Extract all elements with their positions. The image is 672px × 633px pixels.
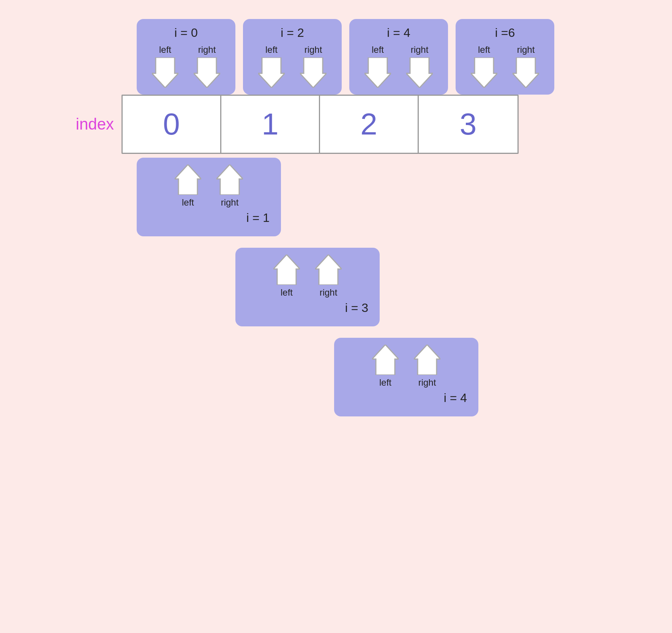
block-i1-left: left: [175, 165, 201, 208]
bottom-block-row-1: left right i = 1: [137, 158, 611, 236]
block-i5-right: right: [414, 345, 440, 388]
bottom-block-row-2: left right i = 3: [235, 248, 611, 326]
block-i5: left right i = 4: [334, 338, 478, 416]
block-i3-right-label: right: [320, 287, 338, 298]
block-i3-left: left: [273, 255, 300, 298]
top-blocks-row: i = 0 left right i = 2 left: [137, 19, 611, 95]
svg-marker-11: [216, 165, 243, 195]
block-i4-right-label: right: [411, 44, 429, 55]
block-i3-right: right: [315, 255, 342, 298]
block-i0-arrows: left right: [152, 44, 220, 88]
block-i5-label: i = 4: [444, 391, 467, 405]
svg-marker-13: [315, 255, 342, 285]
block-i5-left-label: left: [379, 377, 391, 388]
block-i6-arrows: left right: [471, 44, 539, 88]
block-i0-left: left: [152, 44, 178, 88]
bottom-block-row-3: left right i = 4: [334, 338, 611, 416]
block-i2-left: left: [258, 44, 285, 88]
block-i2: i = 2 left right: [243, 19, 342, 95]
index-row: index 0 1 2 3: [61, 95, 611, 154]
block-i3-arrows: left right: [273, 255, 342, 298]
block-i1: left right i = 1: [137, 158, 281, 236]
block-i4: i = 4 left right: [349, 19, 448, 95]
block-i2-label: i = 2: [281, 26, 304, 40]
block-i2-right: right: [300, 44, 327, 88]
svg-marker-15: [414, 345, 440, 375]
block-i3-left-label: left: [281, 287, 293, 298]
block-i3: left right i = 3: [235, 248, 380, 326]
block-i2-left-label: left: [265, 44, 278, 55]
block-i3-label: i = 3: [345, 301, 368, 315]
svg-marker-10: [175, 165, 201, 195]
svg-marker-3: [194, 57, 220, 88]
svg-marker-2: [152, 57, 178, 88]
block-i4-left-label: left: [372, 44, 384, 55]
bottom-blocks-wrapper: left right i = 1 left: [137, 158, 611, 416]
svg-marker-4: [258, 57, 285, 88]
block-i1-label: i = 1: [246, 211, 270, 225]
cell-1: 1: [221, 96, 320, 153]
svg-marker-9: [513, 57, 539, 88]
block-i4-left: left: [364, 44, 391, 88]
block-i6-left: left: [471, 44, 497, 88]
block-i0-right-label: right: [198, 44, 216, 55]
block-i5-left: left: [372, 345, 399, 388]
block-i1-right-label: right: [221, 197, 239, 208]
svg-marker-7: [406, 57, 433, 88]
block-i6-left-label: left: [478, 44, 490, 55]
index-label: index: [61, 115, 114, 133]
svg-marker-5: [300, 57, 327, 88]
block-i6-label: i =6: [495, 26, 515, 40]
svg-marker-8: [471, 57, 497, 88]
block-i5-right-label: right: [418, 377, 436, 388]
array-cells: 0 1 2 3: [121, 95, 519, 154]
block-i0-right: right: [194, 44, 220, 88]
block-i0: i = 0 left right: [137, 19, 235, 95]
cell-2: 2: [320, 96, 419, 153]
block-i0-label: i = 0: [174, 26, 197, 40]
block-i6-right-label: right: [517, 44, 535, 55]
cell-3: 3: [419, 96, 517, 153]
block-i1-right: right: [216, 165, 243, 208]
block-i2-right-label: right: [304, 44, 322, 55]
block-i1-arrows: left right: [175, 165, 243, 208]
svg-marker-6: [364, 57, 391, 88]
block-i1-left-label: left: [182, 197, 194, 208]
svg-marker-12: [273, 255, 300, 285]
block-i4-arrows: left right: [364, 44, 433, 88]
block-i6: i =6 left right: [456, 19, 554, 95]
block-i2-arrows: left right: [258, 44, 327, 88]
svg-marker-14: [372, 345, 399, 375]
cell-0: 0: [123, 96, 221, 153]
main-container: i = 0 left right i = 2 left: [61, 19, 611, 428]
block-i6-right: right: [513, 44, 539, 88]
block-i5-arrows: left right: [372, 345, 440, 388]
block-i4-right: right: [406, 44, 433, 88]
block-i0-left-label: left: [159, 44, 171, 55]
block-i4-label: i = 4: [387, 26, 410, 40]
